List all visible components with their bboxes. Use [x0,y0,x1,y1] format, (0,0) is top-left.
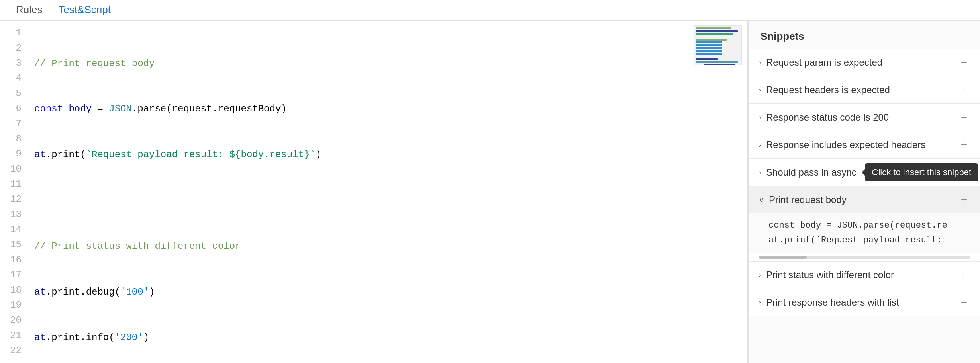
snippets-panel: Snippets › Request param is expected + ›… [749,21,980,363]
chevron-right-icon-4: › [759,141,761,149]
snippet-label-print-request-body: Print request body [769,194,847,205]
snippet-label-print-response-headers: Print response headers with list [766,297,899,308]
snippet-item-should-pass: › Should pass in async + Click to insert… [749,159,980,186]
chevron-down-icon: ∨ [759,195,764,204]
snippet-header-request-param[interactable]: › Request param is expected + [749,49,980,76]
code-line-6: at.print.debug('100') [34,285,740,300]
chevron-right-icon-6: › [759,271,761,279]
tab-rules[interactable]: Rules [10,0,49,23]
snippet-left-response-status: › Response status code is 200 [759,112,889,123]
minimap [694,25,742,65]
snippet-item-print-request-body: ∨ Print request body + const body = JSON… [749,186,980,262]
snippet-insert-button-print-response-headers[interactable]: + [958,296,970,309]
code-line-4 [34,193,740,208]
chevron-right-icon: › [759,59,761,67]
snippet-insert-button-response-headers[interactable]: + [958,139,970,151]
snippet-left-request-headers: › Request headers is expected [759,84,890,96]
snippet-insert-button-request-param[interactable]: + [958,56,970,69]
code-line-5: // Print status with different color [34,239,740,254]
code-line-7: at.print.info('200') [34,330,740,345]
snippet-code-line-1: const body = JSON.parse(request.re [768,218,970,233]
snippet-left-print-response-headers: › Print response headers with list [759,297,899,308]
chevron-right-icon-2: › [759,86,761,94]
snippet-insert-button-print-status[interactable]: + [958,269,970,281]
snippet-scrollbar-thumb [759,256,807,259]
snippet-item-print-response-headers: › Print response headers with list + [749,289,980,316]
code-line-2: const body = JSON.parse(request.requestB… [34,102,740,117]
snippet-label-should-pass: Should pass in async [766,167,857,178]
snippet-left-print-request-body: ∨ Print request body [759,194,847,205]
code-container[interactable]: 1 2 3 4 5 6 7 8 9 10 11 12 13 14 15 16 1… [0,21,747,363]
snippet-left-should-pass: › Should pass in async [759,167,857,178]
snippet-label-response-headers: Response includes expected headers [766,139,925,150]
line-numbers: 1 2 3 4 5 6 7 8 9 10 11 12 13 14 15 16 1… [0,21,28,363]
chevron-right-icon-5: › [759,168,761,177]
chevron-right-icon-3: › [759,113,761,122]
snippet-item-response-headers: › Response includes expected headers + [749,131,980,159]
snippet-header-print-status[interactable]: › Print status with different color + [749,262,980,289]
snippet-label-print-status: Print status with different color [766,269,894,281]
code-editor[interactable]: // Print request body const body = JSON.… [28,21,747,363]
snippet-scrollbar[interactable] [759,256,970,259]
top-tabs-bar: Rules Test&Script [0,0,980,21]
snippet-left-request-param: › Request param is expected [759,57,882,68]
snippet-header-print-request-body[interactable]: ∨ Print request body + [749,186,980,213]
snippet-left-print-status: › Print status with different color [759,269,894,281]
snippets-title: Snippets [749,21,980,49]
snippet-label-response-status: Response status code is 200 [766,112,889,123]
code-line-1: // Print request body [34,56,740,71]
snippet-item-request-param: › Request param is expected + [749,49,980,76]
code-line-3: at.print(`Request payload result: ${body… [34,147,740,162]
snippet-insert-button-should-pass[interactable]: + Click to insert this snippet [958,166,970,179]
tooltip-insert-snippet: Click to insert this snippet [865,163,978,182]
snippet-header-request-headers[interactable]: › Request headers is expected + [749,76,980,103]
main-content: 1 2 3 4 5 6 7 8 9 10 11 12 13 14 15 16 1… [0,21,980,363]
snippet-code-line-2: at.print(`Request payload result: [768,233,970,248]
chevron-right-icon-7: › [759,298,761,306]
snippet-label-request-headers: Request headers is expected [766,84,890,96]
snippet-header-print-response-headers[interactable]: › Print response headers with list + [749,289,980,316]
snippet-insert-button-request-headers[interactable]: + [958,84,970,96]
snippet-item-response-status: › Response status code is 200 + [749,104,980,131]
snippet-insert-button-response-status[interactable]: + [958,111,970,124]
snippet-label-request-param: Request param is expected [766,57,882,68]
snippet-left-response-headers: › Response includes expected headers [759,139,925,150]
snippet-item-print-status: › Print status with different color + [749,262,980,289]
tab-test-script[interactable]: Test&Script [52,0,117,23]
snippet-insert-button-print-request-body[interactable]: + [958,193,970,206]
snippet-header-should-pass[interactable]: › Should pass in async + Click to insert… [749,159,980,186]
snippet-code-preview-print-request-body: const body = JSON.parse(request.re at.pr… [749,213,980,253]
snippet-header-response-headers[interactable]: › Response includes expected headers + [749,131,980,158]
snippet-header-response-status[interactable]: › Response status code is 200 + [749,104,980,131]
snippet-item-request-headers: › Request headers is expected + [749,76,980,104]
editor-area[interactable]: 1 2 3 4 5 6 7 8 9 10 11 12 13 14 15 16 1… [0,21,747,363]
